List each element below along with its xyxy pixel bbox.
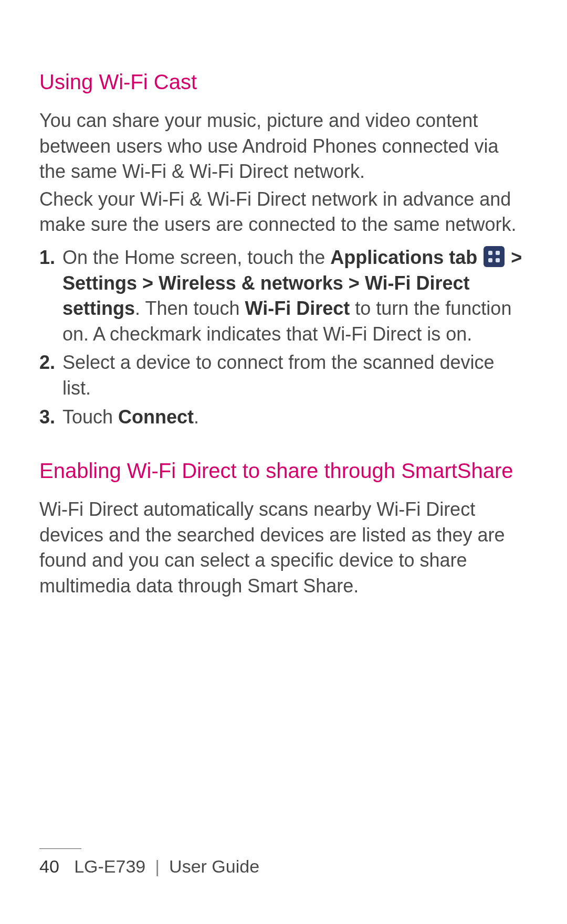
step-number: 3. xyxy=(39,405,55,430)
step-bold-connect: Connect xyxy=(118,406,194,428)
paragraph-intro-2: Check your Wi-Fi & Wi-Fi Direct network … xyxy=(39,187,528,238)
section-smartshare: Enabling Wi-Fi Direct to share through S… xyxy=(39,457,528,599)
steps-list: 1. On the Home screen, touch the Applica… xyxy=(39,245,528,430)
footer-rule xyxy=(39,848,81,849)
step-text: On the Home screen, touch the xyxy=(62,247,330,268)
step-bold-settings: Settings xyxy=(62,272,137,294)
guide-title: User Guide xyxy=(169,856,259,876)
step-number: 2. xyxy=(39,350,55,376)
step-text: Touch xyxy=(62,406,118,428)
step-number: 1. xyxy=(39,245,55,271)
page-footer: 40 LG-E739|User Guide xyxy=(0,848,567,877)
step-sep: > xyxy=(506,247,522,268)
step-text: . Then touch xyxy=(135,298,245,319)
step-text: . xyxy=(194,406,199,428)
step-bold-wireless: Wireless & networks xyxy=(159,272,343,294)
step-sep: > xyxy=(343,272,365,294)
paragraph-intro-1: You can share your music, picture and vi… xyxy=(39,108,528,185)
paragraph-smartshare: Wi-Fi Direct automatically scans nearby … xyxy=(39,497,528,599)
step-bold-wifi-direct: Wi-Fi Direct xyxy=(245,298,350,319)
step-sep: > xyxy=(137,272,159,294)
step-3: 3. Touch Connect. xyxy=(39,405,528,430)
step-2: 2. Select a device to connect from the s… xyxy=(39,350,528,401)
page-number: 40 xyxy=(39,856,59,876)
footer-text: 40 LG-E739|User Guide xyxy=(39,856,528,877)
footer-divider: | xyxy=(155,856,160,877)
applications-tab-icon xyxy=(484,246,505,267)
section-wifi-cast: Using Wi-Fi Cast You can share your musi… xyxy=(39,68,528,430)
step-text: Select a device to connect from the scan… xyxy=(62,352,494,399)
heading-wifi-cast: Using Wi-Fi Cast xyxy=(39,68,528,95)
heading-smartshare: Enabling Wi-Fi Direct to share through S… xyxy=(39,457,528,484)
step-1: 1. On the Home screen, touch the Applica… xyxy=(39,245,528,347)
step-bold-apps-tab: Applications tab xyxy=(330,247,477,268)
model-name: LG-E739 xyxy=(74,856,145,876)
